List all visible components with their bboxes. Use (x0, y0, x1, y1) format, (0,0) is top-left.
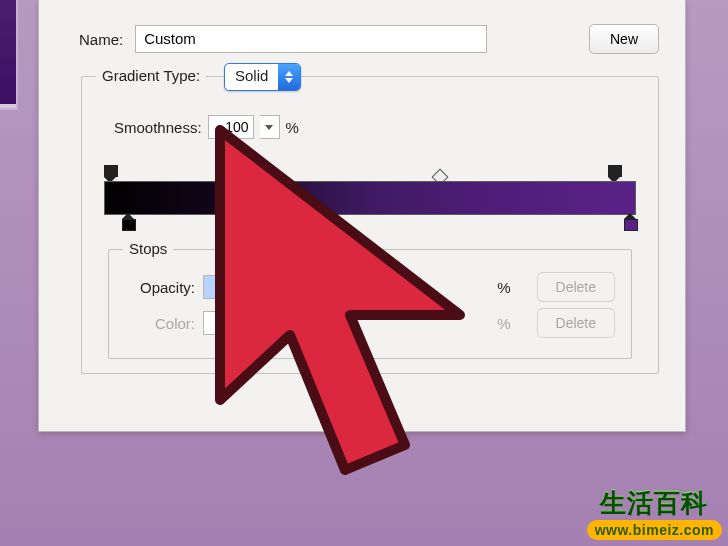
stops-opacity-row: Opacity: % Delete (125, 272, 615, 302)
gradient-type-label: Gradient Type: (96, 67, 206, 84)
location-unit: % (497, 315, 510, 332)
name-input[interactable] (135, 25, 487, 53)
stops-group: Stops Opacity: % Delete Color: % Delete (108, 249, 632, 359)
location-unit: % (497, 279, 510, 296)
select-chevrons-icon (278, 64, 300, 90)
watermark: 生活百科 www.bimeiz.com (587, 485, 722, 540)
color-label: Color: (125, 315, 195, 332)
color-stop-left[interactable] (122, 213, 134, 229)
watermark-title: 生活百科 (587, 485, 722, 520)
opacity-stop-left[interactable] (104, 165, 116, 179)
smoothness-unit: % (286, 119, 299, 136)
name-label: Name: (79, 31, 123, 48)
chevron-down-icon (247, 320, 255, 326)
smoothness-row: Smoothness: % (104, 115, 636, 139)
delete-color-stop-button: Delete (537, 308, 615, 338)
opacity-stop-right[interactable] (608, 165, 620, 179)
delete-opacity-stop-button: Delete (537, 272, 615, 302)
smoothness-input[interactable] (208, 115, 254, 139)
smoothness-stepper[interactable] (260, 115, 280, 139)
gradient-type-value: Solid (225, 64, 278, 90)
stops-color-row: Color: % Delete (125, 308, 615, 338)
new-button[interactable]: New (589, 24, 659, 54)
gradient-settings-group: Gradient Type: Solid Smoothness: % (81, 76, 659, 374)
name-row: Name: New (39, 10, 685, 54)
color-stop-right[interactable] (624, 213, 636, 229)
watermark-url: www.bimeiz.com (587, 520, 722, 540)
gradient-editor-panel: Name: New Gradient Type: Solid Smoothnes… (38, 0, 686, 432)
gradient-bar-area (104, 157, 636, 243)
gradient-preview-bar[interactable] (104, 181, 636, 215)
chevron-down-icon (265, 125, 273, 130)
smoothness-label: Smoothness: (114, 119, 202, 136)
color-swatch-input[interactable] (203, 311, 237, 335)
opacity-label: Opacity: (125, 279, 195, 296)
opacity-input[interactable] (203, 275, 249, 299)
canvas-swatch-strip (0, 0, 18, 110)
stops-label: Stops (123, 240, 173, 257)
gradient-type-select[interactable]: Solid (224, 63, 301, 91)
